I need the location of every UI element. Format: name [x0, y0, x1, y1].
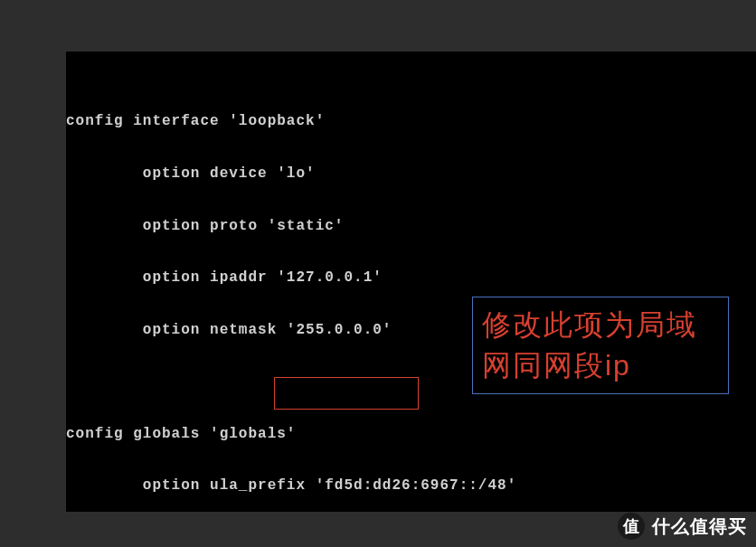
watermark-text: 什么值得买 — [652, 514, 747, 539]
config-line: config interface 'loopback' — [66, 113, 756, 130]
config-line: option ula_prefix 'fd5d:dd26:6967::/48' — [66, 477, 756, 495]
config-line: option ipaddr '127.0.0.1' — [66, 269, 756, 287]
watermark-badge-icon: 值 — [618, 513, 645, 540]
annotation-text: 修改此项为局域网同网段ip — [482, 308, 697, 382]
terminal-window[interactable]: config interface 'loopback' option devic… — [66, 52, 756, 512]
config-line: option proto 'static' — [66, 218, 756, 235]
config-line: option device 'lo' — [66, 165, 756, 183]
terminal-content: config interface 'loopback' option devic… — [66, 79, 756, 512]
config-line: config globals 'globals' — [66, 426, 756, 443]
watermark: 值 什么值得买 — [618, 513, 747, 540]
annotation-callout: 修改此项为局域网同网段ip — [472, 297, 729, 394]
